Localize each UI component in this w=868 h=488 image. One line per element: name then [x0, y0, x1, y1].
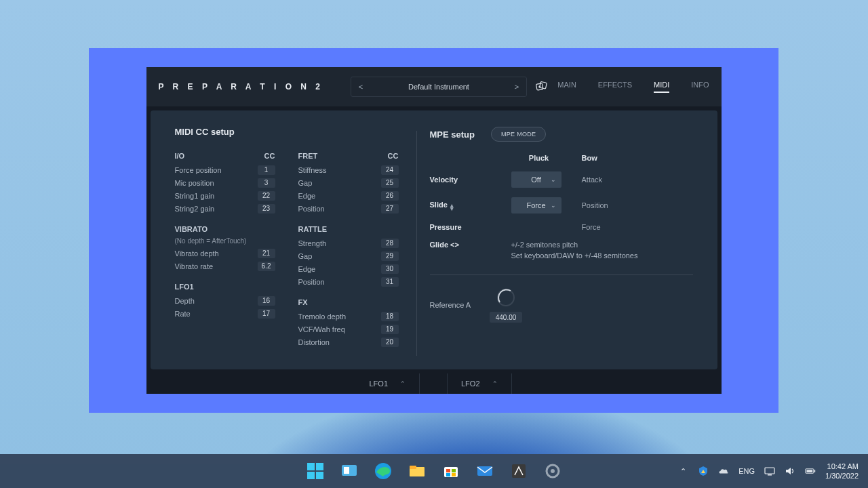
- security-warning-icon[interactable]: [698, 466, 709, 476]
- svg-rect-26: [806, 470, 812, 472]
- horizontal-divider: [430, 274, 693, 275]
- svg-rect-25: [814, 470, 816, 472]
- cc-value[interactable]: 25: [381, 178, 399, 188]
- svg-rect-18: [477, 466, 492, 476]
- cc-value[interactable]: 28: [381, 239, 399, 248]
- network-icon[interactable]: [764, 466, 775, 476]
- svg-rect-16: [446, 473, 450, 476]
- onedrive-icon[interactable]: [718, 466, 729, 476]
- preset-next-button[interactable]: >: [507, 83, 526, 91]
- nav-tabs: MAIN EFFECTS MIDI INFO: [557, 81, 709, 93]
- preset-name[interactable]: Default Instrument: [370, 83, 507, 91]
- bow-slide-value: Position: [582, 201, 663, 209]
- task-view-icon[interactable]: [336, 458, 363, 485]
- taskbar-time: 10:42 AM: [825, 462, 859, 471]
- lfo-footer: LFO1 ⌃ LFO2 ⌃: [146, 373, 722, 394]
- volume-icon[interactable]: [785, 466, 795, 476]
- app-generic-icon[interactable]: [505, 458, 532, 485]
- glide-row-1: Glide <> +/-2 semitones pitch: [430, 241, 693, 249]
- cc-label: Gap: [298, 179, 381, 187]
- mpe-panel: MPE setup MPE MODE Pluck Bow Velocity Of…: [399, 127, 693, 364]
- glide-row-2: Set keyboard/DAW to +/-48 semitones: [430, 251, 693, 260]
- cc-col-left: I/O CC Force position1 Mic position3 Str…: [175, 149, 275, 349]
- cc-value[interactable]: 17: [258, 309, 275, 319]
- slide-select[interactable]: Force⌄: [511, 197, 561, 214]
- taskbar-center: [302, 458, 566, 485]
- cc-value[interactable]: 1: [258, 165, 275, 175]
- glide-label: Glide <>: [430, 241, 511, 249]
- tab-effects[interactable]: EFFECTS: [598, 81, 632, 93]
- cc-label: Stiffness: [298, 166, 381, 174]
- plugin-body: MIDI CC setup I/O CC Force position1 Mic…: [151, 110, 717, 369]
- cc-value[interactable]: 21: [258, 249, 275, 258]
- tray-chevron-up-icon[interactable]: ⌃: [677, 466, 688, 476]
- tab-midi[interactable]: MIDI: [654, 81, 669, 93]
- group-lfo1-head: LFO1: [175, 283, 275, 291]
- mpe-col-bow: Bow: [582, 154, 663, 162]
- cc-label: Position: [298, 205, 381, 213]
- cc-value[interactable]: 26: [381, 191, 399, 201]
- glide-line2: Set keyboard/DAW to +/-48 semitones: [511, 251, 638, 260]
- cc-value[interactable]: 3: [258, 178, 275, 188]
- cc-label: Vibrato rate: [175, 262, 258, 270]
- start-button[interactable]: [302, 458, 329, 485]
- mpe-row-slide: Slide▴▾: [430, 201, 496, 211]
- preset-prev-button[interactable]: <: [351, 83, 370, 91]
- mpe-mode-button[interactable]: MPE MODE: [491, 127, 546, 142]
- velocity-select-value: Off: [531, 176, 540, 184]
- settings-icon[interactable]: [539, 458, 566, 485]
- vibrato-note: (No depth = AfterTouch): [175, 237, 275, 245]
- chevron-down-icon: ⌄: [551, 176, 556, 183]
- battery-icon[interactable]: [805, 466, 816, 476]
- cc-value[interactable]: 20: [381, 338, 399, 347]
- svg-rect-6: [307, 472, 315, 479]
- edge-browser-icon[interactable]: [370, 458, 397, 485]
- cc-label: Mic position: [175, 179, 258, 187]
- file-explorer-icon[interactable]: [403, 458, 431, 485]
- lfo2-toggle[interactable]: LFO2 ⌃: [447, 373, 512, 394]
- cc-label: Distortion: [298, 338, 381, 346]
- cc-col-right: FRET CC Stiffness24 Gap25 Edge26 Positio…: [298, 149, 399, 349]
- cc-value[interactable]: 27: [381, 204, 399, 214]
- group-fx-name: FX: [298, 298, 308, 306]
- tab-info[interactable]: INFO: [691, 81, 709, 93]
- reference-a-knob[interactable]: [496, 287, 516, 308]
- language-indicator[interactable]: ENG: [738, 467, 755, 475]
- svg-rect-15: [452, 469, 456, 472]
- lfo1-toggle[interactable]: LFO1 ⌃: [355, 373, 420, 394]
- cc-label: Vibrato depth: [175, 249, 258, 258]
- lfo1-label: LFO1: [369, 380, 388, 388]
- cc-label: VCF/Wah freq: [298, 325, 381, 333]
- randomize-button[interactable]: [531, 77, 551, 97]
- cc-value[interactable]: 30: [381, 264, 399, 274]
- cc-label: Edge: [298, 192, 381, 200]
- taskbar-clock[interactable]: 10:42 AM 1/30/2022: [825, 462, 859, 481]
- tab-main[interactable]: MAIN: [557, 81, 576, 93]
- preset-selector: < Default Instrument >: [351, 77, 527, 97]
- cc-value[interactable]: 29: [381, 251, 399, 261]
- cc-value[interactable]: 23: [258, 204, 275, 214]
- cc-value[interactable]: 16: [258, 296, 275, 306]
- cc-label: Position: [298, 278, 381, 286]
- velocity-select[interactable]: Off⌄: [511, 171, 561, 188]
- bow-velocity-value: Attack: [582, 176, 663, 184]
- group-fret-head: FRET CC: [298, 152, 399, 160]
- cc-value[interactable]: 19: [381, 325, 399, 334]
- store-icon[interactable]: [437, 458, 465, 485]
- taskbar-date: 1/30/2022: [825, 471, 859, 481]
- reference-a-value[interactable]: 440.00: [490, 312, 522, 323]
- mpe-row-velocity: Velocity: [430, 176, 496, 184]
- cc-value[interactable]: 24: [381, 165, 399, 175]
- mail-icon[interactable]: [471, 458, 498, 485]
- cc-value[interactable]: 6.2: [258, 262, 275, 271]
- cc-value[interactable]: 31: [381, 277, 399, 287]
- cc-value[interactable]: 22: [258, 191, 275, 201]
- cc-label: String2 gain: [175, 205, 258, 213]
- mpe-row-pressure: Pressure: [430, 223, 496, 231]
- group-fret-name: FRET: [298, 152, 318, 160]
- cc-label: Gap: [298, 252, 381, 260]
- taskbar-tray: ⌃ ENG 10:42 AM 1/30/2022: [677, 462, 868, 481]
- glide-line1: +/-2 semitones pitch: [511, 241, 578, 249]
- mpe-row-slide-label: Slide: [430, 201, 448, 209]
- cc-value[interactable]: 18: [381, 312, 399, 321]
